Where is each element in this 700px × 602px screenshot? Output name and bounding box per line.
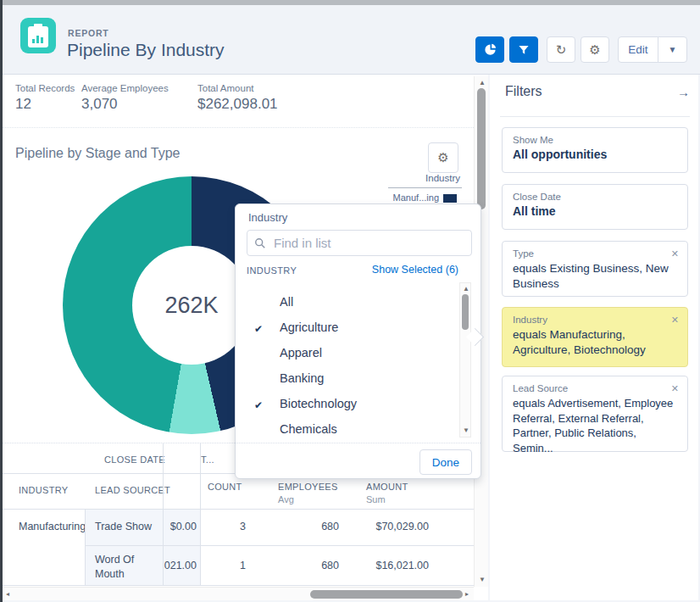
stat-total-records: Total Records 12 (15, 83, 75, 113)
filter-card-industry[interactable]: ✕ Industry equals Manufacturing, Agricul… (502, 307, 688, 367)
popup-item-chemicals[interactable]: Chemicals (280, 422, 337, 436)
stat-label: Total Records (15, 83, 75, 93)
bar-chart-icon (32, 35, 44, 43)
legend-divider (388, 187, 462, 188)
done-button[interactable]: Done (419, 449, 472, 475)
filters-panel-title: Filters (505, 84, 542, 99)
table-cell-count[interactable]: 3 (200, 521, 246, 532)
chart-legend-title: Industry (388, 173, 460, 183)
col-header-count[interactable]: COUNT (208, 482, 242, 492)
edit-button-label: Edit (628, 43, 647, 56)
table-border (85, 545, 474, 546)
col-header-total[interactable]: T (164, 485, 170, 495)
table-cell-lead-source[interactable]: Trade Show (95, 521, 152, 532)
popup-item-apparel[interactable]: Apparel (280, 346, 322, 360)
legend-item-label[interactable]: Manuf...ing (383, 192, 439, 203)
filter-value: equals Existing Business, New Business (513, 261, 677, 291)
stat-value: 3,070 (81, 96, 169, 113)
col-header-industry[interactable]: INDUSTRY (19, 485, 68, 495)
donut-center: 262K (132, 246, 251, 365)
popup-item-banking[interactable]: Banking (280, 371, 324, 385)
popup-scrollbar[interactable]: ▲ ▼ (459, 282, 471, 438)
stat-value: 12 (15, 96, 75, 113)
filter-label: Close Date (513, 192, 677, 202)
close-icon[interactable]: ✕ (671, 315, 679, 326)
filter-value: equals Advertisement, Employee Referral,… (513, 396, 677, 455)
settings-button[interactable]: ⚙ (581, 36, 609, 63)
stat-label: Total Amount (197, 83, 278, 93)
table-cell-total[interactable]: 021.00 (163, 560, 197, 571)
table-cell-industry[interactable]: Manufacturing (19, 521, 86, 532)
table-border (3, 585, 474, 586)
col-subheader-sum: Sum (366, 494, 386, 504)
scroll-up-icon[interactable]: ▲ (463, 286, 469, 293)
popup-item-all[interactable]: All (280, 295, 293, 309)
col-header-lead-source[interactable]: LEAD SOURCE (95, 485, 164, 495)
scroll-down-icon[interactable]: ▼ (463, 427, 469, 434)
filter-label: Lead Source (513, 383, 677, 393)
edit-dropdown-button[interactable]: ▼ (658, 36, 687, 63)
industry-filter-popup: Industry INDUSTRY Show Selected (6) All … (235, 203, 481, 479)
filter-card-type[interactable]: ✕ Type equals Existing Business, New Bus… (502, 241, 688, 297)
col-subheader-avg: Avg (278, 494, 294, 504)
popup-title: Industry (248, 211, 287, 224)
refresh-icon: ↻ (556, 42, 567, 58)
table-cell-employees[interactable]: 680 (280, 521, 339, 532)
filter-card-close-date[interactable]: Close Date All time (502, 184, 688, 230)
collapse-panel-arrow-icon[interactable]: → (677, 85, 690, 99)
show-selected-link[interactable]: Show Selected (6) (372, 264, 458, 276)
donut-center-label: 262K (164, 293, 218, 319)
filter-label: Industry (513, 315, 677, 325)
find-in-list-searchbox[interactable] (247, 230, 472, 256)
popup-list-header: INDUSTRY (247, 265, 297, 276)
filter-card-show-me[interactable]: Show Me All opportunities (502, 127, 688, 173)
close-icon[interactable]: ✕ (671, 248, 679, 259)
search-input[interactable] (272, 235, 464, 251)
horizontal-scrollbar-thumb[interactable] (310, 590, 463, 599)
filter-label: Show Me (513, 135, 677, 145)
popup-item-agriculture[interactable]: Agriculture (280, 321, 338, 334)
table-border (85, 510, 86, 585)
table-cell-count[interactable]: 1 (200, 560, 246, 571)
divider (236, 443, 481, 443)
scroll-down-icon[interactable]: ▼ (479, 577, 486, 583)
scroll-right-icon[interactable]: ▸ (465, 591, 469, 598)
stat-label: Average Employees (81, 83, 169, 93)
scroll-left-icon[interactable]: ◂ (6, 591, 9, 598)
table-cell-employees[interactable]: 680 (280, 560, 339, 571)
chart-toggle-button[interactable] (475, 36, 504, 63)
filter-value: All opportunities (513, 148, 677, 163)
filter-value: equals Manufacturing, Agriculture, Biote… (513, 327, 677, 357)
divider (500, 116, 690, 117)
report-eyebrow: REPORT (68, 28, 109, 38)
chart-title: Pipeline by Stage and Type (15, 146, 181, 161)
popup-scrollbar-thumb[interactable] (462, 294, 469, 330)
stat-total-amount: Total Amount $262,098.01 (197, 83, 278, 113)
table-border (200, 443, 201, 585)
chart-settings-button[interactable]: ⚙ (428, 142, 458, 173)
check-icon: ✔ (254, 399, 268, 411)
table-cell-total[interactable]: $0.00 (163, 521, 197, 532)
chevron-down-icon: ▼ (669, 45, 677, 54)
filter-toggle-button[interactable] (509, 36, 538, 63)
pie-chart-icon (483, 42, 497, 57)
close-icon[interactable]: ✕ (671, 383, 679, 394)
table-cell-lead-source[interactable]: Word Of Mouth (95, 553, 154, 582)
col-header-amount[interactable]: AMOUNT (366, 482, 408, 492)
filter-card-lead-source[interactable]: ✕ Lead Source equals Advertisement, Empl… (502, 376, 688, 452)
horizontal-scrollbar[interactable]: ◂ ▸ (3, 587, 474, 600)
report-window: REPORT Pipeline By Industry ↻ ⚙ Edit ▼ (0, 0, 700, 602)
page-title: Pipeline By Industry (67, 40, 225, 60)
table-cell-amount[interactable]: $16,021.00 (356, 560, 429, 571)
table-cell-amount[interactable]: $70,029.00 (356, 521, 429, 532)
edit-button[interactable]: Edit (618, 36, 658, 63)
report-header: REPORT Pipeline By Industry ↻ ⚙ Edit ▼ (3, 5, 700, 75)
scroll-up-icon[interactable]: ▲ (479, 80, 486, 86)
col-header-employees[interactable]: EMPLOYEES (278, 482, 338, 492)
refresh-button[interactable]: ↻ (547, 36, 575, 63)
done-button-label: Done (432, 456, 459, 469)
vertical-scrollbar-thumb[interactable] (477, 88, 486, 209)
legend-swatch[interactable] (443, 194, 457, 203)
table-group-header-close-date: CLOSE DATE (104, 454, 165, 465)
popup-item-biotechnology[interactable]: Biotechnology (280, 397, 357, 410)
